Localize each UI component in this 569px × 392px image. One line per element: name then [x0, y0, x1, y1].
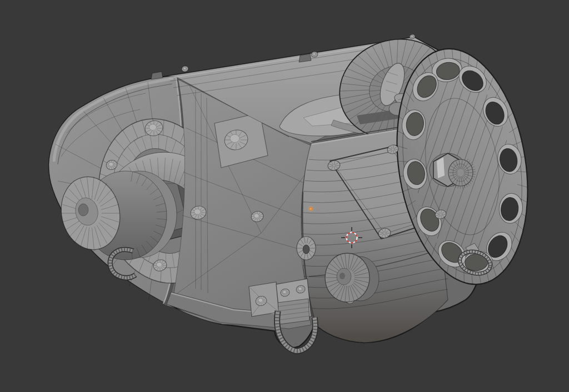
bolt-cap [298, 287, 302, 290]
wire-line [473, 174, 476, 175]
bolt-cap [254, 214, 259, 218]
eyelet-boss[interactable] [297, 237, 316, 260]
dial-center [340, 273, 345, 279]
origin-dot [308, 206, 313, 212]
dial-knob[interactable] [325, 253, 379, 302]
bolt-cap [109, 162, 113, 166]
eyelet-bore [303, 245, 310, 254]
bolt-cap [149, 124, 157, 130]
bolt-cap [283, 290, 286, 293]
bolt-cap [411, 36, 413, 37]
viewport[interactable] [0, 0, 569, 392]
bolt-cap [183, 67, 186, 69]
bolt-cap [258, 298, 263, 302]
viewport-canvas[interactable] [0, 0, 569, 392]
bolt-cap [313, 53, 316, 55]
bolt-cap [194, 209, 201, 215]
bolt-cap [157, 262, 162, 267]
bolt-cap [230, 134, 239, 142]
